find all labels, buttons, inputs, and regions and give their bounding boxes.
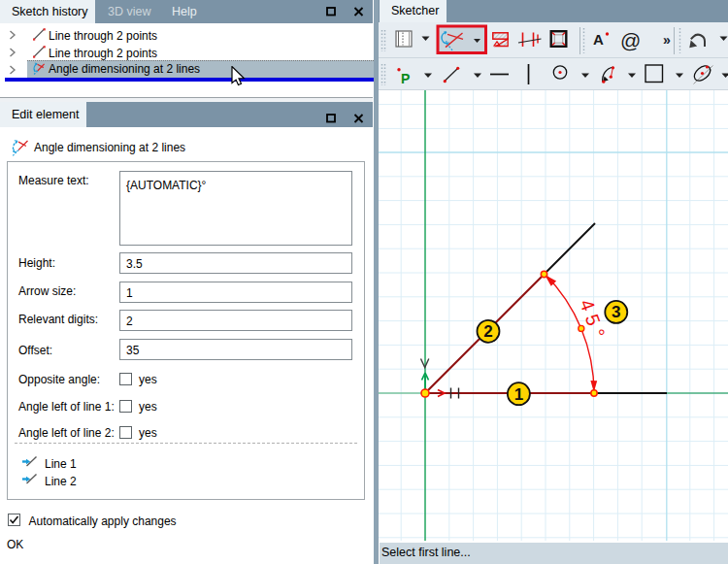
svg-text:1: 1 — [514, 385, 523, 404]
svg-text:3: 3 — [612, 303, 620, 321]
svg-text:2: 2 — [483, 322, 492, 341]
svg-text:»: » — [663, 32, 671, 48]
svg-text:A: A — [593, 31, 604, 48]
svg-text:@: @ — [620, 29, 641, 51]
svg-text:P: P — [401, 71, 410, 86]
